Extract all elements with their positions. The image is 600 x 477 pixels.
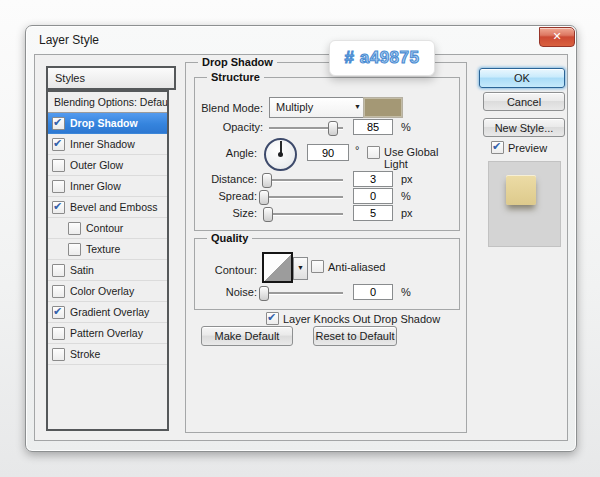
slider-thumb[interactable] [262,173,272,188]
sidebar-item-label: Inner Glow [70,176,121,196]
slider-label: Spread: [195,190,257,202]
layer-knocks-out-label: Layer Knocks Out Drop Shadow [283,313,440,325]
noise-unit: % [401,286,411,298]
noise-row: Noise: % [195,284,459,301]
slider-value-input[interactable] [353,188,393,204]
styles-header-label: Styles [55,72,85,84]
close-button[interactable]: ✕ [539,27,575,47]
sidebar-item-blending-options-default[interactable]: Blending Options: Default [48,92,167,113]
slider-track[interactable] [263,179,343,181]
noise-value-input[interactable] [353,284,393,300]
slider-label: Distance: [195,173,257,185]
checkbox-contour[interactable] [68,222,81,235]
checkbox-color-overlay[interactable] [52,285,65,298]
quality-group-title: Quality [207,232,252,244]
opacity-value-input[interactable] [353,119,393,135]
slider-unit: % [401,190,411,202]
slider-value-input[interactable] [353,205,393,221]
sidebar-item-inner-shadow[interactable]: Inner Shadow [48,134,167,155]
color-hex-tooltip: # a49875 [329,40,435,76]
angle-value-input[interactable] [307,144,349,161]
checkbox-inner-shadow[interactable] [52,138,65,151]
checkbox-outer-glow[interactable] [52,159,65,172]
contour-thumbnail[interactable] [262,252,293,283]
titlebar[interactable]: Layer Style ✕ [26,26,576,53]
drop-shadow-group-title: Drop Shadow [198,56,277,68]
sidebar-item-label: Drop Shadow [70,113,138,133]
slider-track[interactable] [263,213,343,215]
blend-mode-value: Multiply [276,101,313,113]
angle-dial[interactable] [264,138,297,171]
checkbox-drop-shadow[interactable] [52,117,65,130]
slider-thumb[interactable] [263,207,273,222]
noise-slider-thumb[interactable] [259,286,269,301]
styles-header[interactable]: Styles [46,66,176,90]
sidebar-item-pattern-overlay[interactable]: Pattern Overlay [48,323,167,344]
opacity-slider-track[interactable] [269,127,343,129]
slider-unit: px [401,207,413,219]
opacity-row: Opacity: % [195,119,459,136]
sidebar-item-label: Contour [86,218,123,238]
sidebar-item-label: Texture [86,239,120,259]
sidebar-item-label: Inner Shadow [70,134,135,154]
preview-square [506,175,536,205]
cancel-button[interactable]: Cancel [483,92,565,111]
checkbox-satin[interactable] [52,264,65,277]
chevron-down-icon: ▼ [297,264,304,271]
sidebar-item-label: Pattern Overlay [70,323,143,343]
structure-group: Structure Blend Mode: Multiply ▼ Opacity… [194,77,460,231]
opacity-label: Opacity: [195,121,263,133]
blend-color-swatch[interactable] [363,97,403,118]
sidebar-item-outer-glow[interactable]: Outer Glow [48,155,167,176]
contour-picker-arrow[interactable]: ▼ [293,257,308,280]
contour-label: Contour: [195,264,257,276]
checkbox-bevel-and-emboss[interactable] [52,201,65,214]
blend-mode-dropdown[interactable]: Multiply ▼ [269,97,367,118]
sidebar-item-inner-glow[interactable]: Inner Glow [48,176,167,197]
reset-to-default-button[interactable]: Reset to Default [313,326,397,346]
checkbox-pattern-overlay[interactable] [52,327,65,340]
close-icon: ✕ [552,30,561,42]
checkbox-preview[interactable] [491,141,504,154]
sidebar-item-drop-shadow[interactable]: Drop Shadow [48,113,167,134]
sidebar-item-bevel-and-emboss[interactable]: Bevel and Emboss [48,197,167,218]
slider-row-distance: Distance:px [195,171,459,188]
sidebar-item-texture[interactable]: Texture [48,239,167,260]
blend-mode-label: Blend Mode: [195,102,263,114]
angle-label: Angle: [195,147,257,159]
checkbox-texture[interactable] [68,243,81,256]
checkbox-anti-aliased[interactable] [311,260,324,273]
desktop-background: Layer Style ✕ Styles Blending Options: D… [0,0,600,477]
preview-label: Preview [508,142,547,154]
slider-track[interactable] [263,196,343,198]
checkbox-gradient-overlay[interactable] [52,306,65,319]
sidebar-item-contour[interactable]: Contour [48,218,167,239]
sidebar-item-satin[interactable]: Satin [48,260,167,281]
opacity-unit: % [401,121,411,133]
sidebar-item-label: Blending Options: Default [54,92,167,112]
opacity-slider-thumb[interactable] [328,121,338,136]
slider-value-input[interactable] [353,171,393,187]
new-style-button[interactable]: New Style... [483,118,565,137]
anti-aliased-label: Anti-aliased [328,261,385,273]
chevron-down-icon: ▼ [354,98,361,116]
sidebar-item-color-overlay[interactable]: Color Overlay [48,281,167,302]
checkbox-layer-knocks-out[interactable] [266,312,279,325]
checkbox-stroke[interactable] [52,348,65,361]
slider-thumb[interactable] [259,190,269,205]
slider-row-size: Size:px [195,205,459,222]
sidebar-item-label: Color Overlay [70,281,134,301]
checkbox-use-global-light[interactable] [367,146,380,159]
checkbox-inner-glow[interactable] [52,180,65,193]
ok-button[interactable]: OK [479,68,565,88]
sidebar-item-gradient-overlay[interactable]: Gradient Overlay [48,302,167,323]
use-global-light-label: Use Global Light [384,146,459,170]
sidebar-item-stroke[interactable]: Stroke [48,344,167,365]
noise-slider-track[interactable] [263,292,343,294]
color-hex-text: # a49875 [345,48,420,67]
sidebar-item-label: Satin [70,260,94,280]
angle-unit: ° [355,144,359,156]
make-default-button[interactable]: Make Default [201,326,293,346]
styles-list: Blending Options: DefaultDrop ShadowInne… [46,90,169,431]
slider-row-spread: Spread:% [195,188,459,205]
